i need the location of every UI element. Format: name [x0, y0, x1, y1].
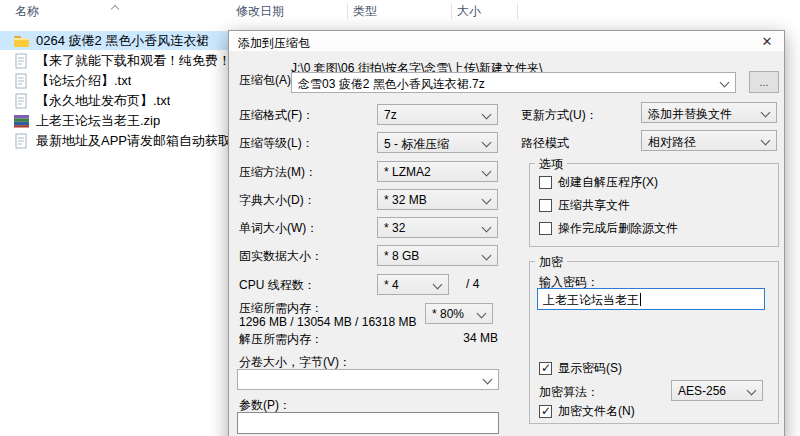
- file-row[interactable]: 【永久地址发布页】.txt: [0, 91, 228, 110]
- browse-button[interactable]: ...: [749, 71, 779, 93]
- text-caret: [640, 293, 641, 306]
- column-separator[interactable]: [347, 3, 348, 19]
- file-row[interactable]: 上老王论坛当老王.zip: [0, 111, 228, 130]
- cpu-threads-combobox[interactable]: * 4: [377, 274, 449, 295]
- text-file-icon: [13, 53, 30, 69]
- memory-percent-combobox[interactable]: * 80%: [425, 303, 493, 324]
- file-name: 0264 疲倦2 黑色小香风连衣裙: [36, 32, 209, 50]
- zip-archive-icon: [13, 113, 30, 129]
- compress-shared-checkbox[interactable]: [539, 199, 552, 212]
- dialog-titlebar[interactable]: 添加到压缩包 ✕: [229, 31, 784, 51]
- dictionary-size-combobox[interactable]: * 32 MB: [377, 189, 498, 210]
- method-label: 压缩方法(M)：: [239, 164, 317, 181]
- file-name: 【论坛介绍】.txt: [36, 72, 131, 90]
- format-label: 压缩格式(F)：: [239, 107, 314, 124]
- show-password-label: 显示密码(S): [558, 360, 622, 377]
- volume-size-combobox[interactable]: [237, 369, 499, 390]
- solid-block-size-label: 固实数据大小：: [239, 248, 323, 265]
- file-row[interactable]: 0264 疲倦2 黑色小香风连衣裙: [0, 31, 228, 50]
- decompress-memory-value: 34 MB: [409, 331, 498, 345]
- dialog-title: 添加到压缩包: [238, 35, 310, 52]
- archive-name-combobox[interactable]: 念雪03 疲倦2 黑色小香风连衣裙.7z: [291, 72, 736, 93]
- file-name: 【来了就能下载和观看！纯免费！】.txt: [36, 52, 228, 70]
- encryption-method-label: 加密算法：: [539, 384, 599, 401]
- add-to-archive-dialog: 添加到压缩包 ✕ 压缩包(A)： J:\0 套图\06 街拍\按名字\念雪\上传…: [228, 30, 785, 436]
- delete-after-checkbox-row[interactable]: 操作完成后删除源文件: [539, 220, 678, 237]
- level-combobox[interactable]: 5 - 标准压缩: [377, 132, 498, 153]
- decompress-memory-label: 解压所需内存：: [239, 331, 323, 348]
- path-mode-combobox[interactable]: 相对路径: [641, 130, 777, 151]
- encrypt-filenames-label: 加密文件名(N): [558, 403, 635, 420]
- memory-usage-value: 1296 MB / 13054 MB / 16318 MB: [239, 315, 416, 329]
- encryption-group-title: 加密: [535, 254, 567, 271]
- column-separator[interactable]: [517, 3, 518, 19]
- column-header-date[interactable]: 修改日期: [236, 0, 284, 22]
- column-header-size[interactable]: 大小: [457, 0, 481, 22]
- encrypt-filenames-checkbox-row[interactable]: 加密文件名(N): [539, 403, 635, 420]
- show-password-checkbox[interactable]: [539, 362, 552, 375]
- password-input[interactable]: 上老王论坛当老王: [537, 288, 765, 310]
- encrypt-filenames-checkbox[interactable]: [539, 405, 552, 418]
- create-sfx-label: 创建自解压程序(X): [558, 174, 658, 191]
- update-mode-combobox[interactable]: 添加并替换文件: [641, 102, 777, 123]
- level-label: 压缩等级(L)：: [239, 135, 314, 152]
- dictionary-size-label: 字典大小(D)：: [239, 192, 316, 209]
- file-row[interactable]: 【论坛介绍】.txt: [0, 71, 228, 90]
- sort-ascending-icon: [111, 5, 119, 13]
- file-name: 最新地址及APP请发邮箱自动获取！！！ ...: [36, 132, 228, 150]
- folder-icon: [13, 33, 30, 49]
- update-mode-label: 更新方式(U)：: [521, 107, 598, 124]
- format-combobox[interactable]: 7z: [377, 104, 498, 125]
- create-sfx-checkbox[interactable]: [539, 176, 552, 189]
- cpu-threads-label: CPU 线程数：: [239, 277, 316, 294]
- file-name: 【永久地址发布页】.txt: [36, 92, 170, 110]
- password-value: 上老王论坛当老王: [543, 293, 639, 307]
- options-group-title: 选项: [535, 156, 567, 173]
- compress-shared-checkbox-row[interactable]: 压缩共享文件: [539, 197, 630, 214]
- text-file-icon: [13, 133, 30, 149]
- create-sfx-checkbox-row[interactable]: 创建自解压程序(X): [539, 174, 658, 191]
- column-header-type[interactable]: 类型: [353, 0, 377, 22]
- text-file-icon: [13, 73, 30, 89]
- cpu-threads-total: / 4: [466, 277, 479, 291]
- word-size-label: 单词大小(W)：: [239, 220, 318, 237]
- delete-after-checkbox[interactable]: [539, 222, 552, 235]
- solid-block-size-combobox[interactable]: * 8 GB: [377, 245, 498, 266]
- text-file-icon: [13, 93, 30, 109]
- delete-after-label: 操作完成后删除源文件: [558, 220, 678, 237]
- column-separator[interactable]: [451, 3, 452, 19]
- show-password-checkbox-row[interactable]: 显示密码(S): [539, 360, 622, 377]
- path-mode-label: 路径模式: [521, 135, 569, 152]
- encryption-method-combobox[interactable]: AES-256: [671, 380, 763, 401]
- parameters-input[interactable]: [237, 412, 499, 434]
- method-combobox[interactable]: * LZMA2: [377, 161, 498, 182]
- file-name: 上老王论坛当老王.zip: [36, 112, 160, 130]
- close-icon[interactable]: ✕: [756, 33, 778, 50]
- file-row[interactable]: 最新地址及APP请发邮箱自动获取！！！ ...: [0, 131, 228, 150]
- column-header-name[interactable]: 名称: [15, 0, 39, 22]
- word-size-combobox[interactable]: * 32: [377, 217, 498, 238]
- file-row[interactable]: 【来了就能下载和观看！纯免费！】.txt: [0, 51, 228, 70]
- compress-shared-label: 压缩共享文件: [558, 197, 630, 214]
